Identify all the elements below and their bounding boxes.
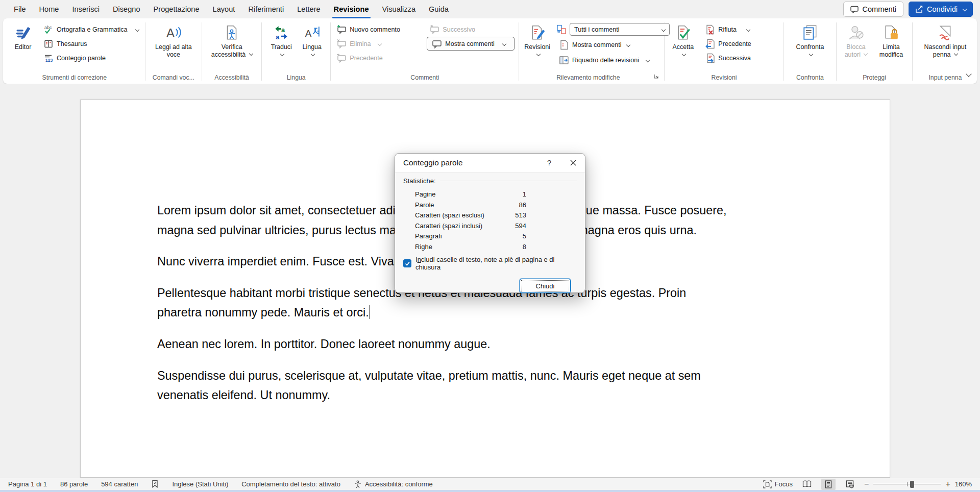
compare-label: Confronta (796, 43, 824, 51)
dialog-help-button[interactable]: ? (547, 159, 551, 167)
language-status[interactable]: Inglese (Stati Uniti) (172, 480, 228, 488)
share-button[interactable]: Condividi (909, 2, 973, 17)
group-separator (330, 22, 331, 81)
proofing-status[interactable] (151, 480, 159, 488)
check-accessibility-text: Verifica accessibilità (211, 43, 246, 58)
spelling-grammar-button[interactable]: abc Ortografia e Grammatica (41, 22, 141, 36)
markup-dropdown[interactable]: Tutti i commenti (570, 23, 670, 36)
chevron-down-icon (377, 41, 381, 45)
web-layout-button[interactable] (843, 479, 857, 490)
delete-comment-button[interactable]: Elimina (334, 37, 420, 51)
previous-comment-button[interactable]: Precedente (334, 51, 420, 65)
compare-text: Confronta (796, 43, 824, 51)
markup-dropdown-value: Tutti i commenti (574, 26, 619, 33)
status-bar: Pagina 1 di 1 86 parole 594 caratteri In… (0, 478, 980, 490)
checkbox-label-accel: n (418, 256, 421, 263)
group-tracking: Revisioni Tutti i commenti Mostra commen… (522, 20, 661, 84)
group-separator (202, 22, 202, 81)
hide-ink-button[interactable]: Nascondi input penna (917, 21, 974, 61)
reject-change-icon (705, 24, 715, 35)
delete-comment-label: Elimina (350, 40, 371, 47)
document-line[interactable]: Suspendisse dui purus, scelerisque at, v… (157, 366, 814, 386)
spelling-abc-icon: abc (43, 24, 54, 35)
ribbon: Editor abc Ortografia e Grammatica Thesa… (3, 18, 977, 84)
print-layout-button[interactable] (821, 479, 836, 490)
reject-button[interactable]: Rifiuta (702, 22, 753, 36)
document-line[interactable]: pharetra nonummy pede. Mauris et orci. (157, 303, 814, 323)
editor-pen-icon (15, 24, 31, 41)
accessibility-status[interactable]: Accessibilità: conforme (354, 480, 433, 488)
word-count-button[interactable]: 123 Conteggio parole (41, 51, 141, 65)
zoom-slider-thumb[interactable] (910, 481, 914, 488)
document-line[interactable]: Aenean nec lorem. In porttitor. Donec la… (157, 334, 814, 354)
group-label-accessibility: Accessibilità (205, 72, 258, 84)
document-line[interactable]: venenatis eleifend. Ut nonummy. (157, 385, 814, 405)
word-count-label: Conteggio parole (57, 55, 106, 62)
read-mode-button[interactable] (800, 479, 814, 490)
show-markup-button[interactable]: Mostra commenti (556, 38, 670, 52)
translate-button[interactable]: aa Traduci (266, 21, 297, 58)
tab-layout[interactable]: Layout (206, 0, 242, 18)
thesaurus-button[interactable]: Thesaurus (41, 37, 141, 51)
editor-button[interactable]: Editor (7, 21, 39, 53)
compare-button[interactable]: Confronta (788, 21, 832, 58)
checkbox-label[interactable]: Includi caselle di testo, note a piè di … (415, 256, 577, 271)
chevron-down-icon (864, 52, 868, 56)
stat-value: 513 (503, 211, 526, 219)
zoom-out-button[interactable]: − (864, 480, 869, 489)
hide-ink-icon (937, 24, 953, 41)
block-authors-text: Blocca autori (845, 43, 866, 58)
next-change-button[interactable]: Successiva (702, 51, 753, 65)
tab-disegno[interactable]: Disegno (106, 0, 147, 18)
check-accessibility-button[interactable]: Verifica accessibilità (206, 21, 257, 61)
char-count-status[interactable]: 594 caratteri (101, 480, 138, 488)
dialog-close-icon[interactable] (570, 159, 577, 166)
new-comment-button[interactable]: Nuovo commento (334, 22, 420, 36)
tab-guida[interactable]: Guida (422, 0, 455, 18)
group-label-language: Lingua (265, 72, 327, 84)
restrict-editing-button[interactable]: Limita modifica (874, 21, 909, 61)
tab-visualizza[interactable]: Visualizza (376, 0, 422, 18)
tab-progettazione[interactable]: Progettazione (147, 0, 206, 18)
tab-riferimenti[interactable]: Riferimenti (241, 0, 290, 18)
word-count-123-icon: 123 (43, 53, 54, 63)
tab-home[interactable]: Home (33, 0, 66, 18)
stat-row: Caratteri (spazi esclusi)513 (403, 210, 577, 221)
collapse-ribbon-button[interactable] (965, 70, 971, 80)
comments-button[interactable]: Commenti (843, 2, 903, 17)
tab-lettere[interactable]: Lettere (290, 0, 327, 18)
reviewing-pane-icon (559, 55, 569, 65)
language-button[interactable]: A Lingua (298, 21, 326, 58)
dialog-title-bar[interactable]: Conteggio parole ? (395, 154, 585, 173)
read-aloud-button[interactable]: A Leggi ad alta voce (150, 21, 197, 61)
focus-mode-button[interactable]: Focus (763, 480, 793, 488)
zoom-slider[interactable] (873, 481, 941, 488)
word-count-status[interactable]: 86 parole (60, 480, 88, 488)
previous-change-button[interactable]: Precedente (702, 37, 753, 51)
track-changes-button[interactable]: Revisioni (522, 21, 552, 58)
tracking-dialog-launcher[interactable] (653, 72, 659, 81)
focus-label: Focus (775, 480, 793, 488)
page-indicator[interactable]: Pagina 1 di 1 (8, 480, 47, 488)
zoom-in-button[interactable]: + (945, 480, 950, 489)
svg-text:123: 123 (45, 58, 53, 63)
tab-file[interactable]: File (7, 0, 33, 18)
reviewing-pane-button[interactable]: Riquadro delle revisioni (556, 53, 670, 67)
chevron-down-icon (809, 52, 813, 56)
text-prediction-status[interactable]: Completamento del testo: attivato (241, 480, 340, 488)
include-textboxes-checkbox-row: Includi caselle di testo, note a piè di … (403, 256, 577, 271)
reviewing-pane-label: Riquadro delle revisioni (572, 57, 639, 64)
next-comment-button[interactable]: Successivo (427, 22, 514, 36)
tab-inserisci[interactable]: Inserisci (65, 0, 106, 18)
show-comments-button[interactable]: Mostra commenti (427, 37, 514, 51)
group-label-changes: Revisioni (668, 72, 780, 84)
block-authors-button[interactable]: Blocca autori (840, 21, 872, 61)
show-markup-label: Mostra commenti (572, 41, 622, 48)
accept-button[interactable]: Accetta (668, 21, 698, 58)
comment-bubble-icon (850, 6, 859, 13)
group-label-voice: Comandi voc... (149, 72, 199, 84)
checkbox-checked-icon[interactable] (403, 259, 411, 267)
zoom-level[interactable]: 160% (955, 480, 972, 488)
tab-revisione[interactable]: Revisione (327, 0, 376, 18)
close-dialog-button[interactable]: Chiudi (520, 279, 571, 293)
